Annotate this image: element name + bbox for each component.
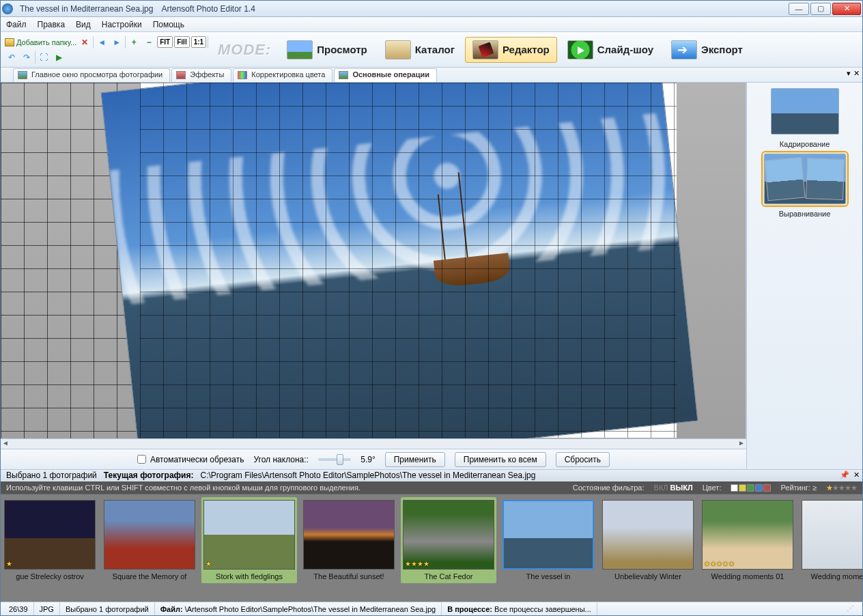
- mode-slideshow[interactable]: Слайд-шоу: [560, 37, 661, 63]
- grid-overlay: [140, 83, 677, 438]
- mode-export[interactable]: Экспорт: [664, 37, 750, 63]
- menu-edit[interactable]: Правка: [38, 20, 66, 29]
- filmstrip-item[interactable]: ★★★★★Wedding moments 01: [700, 497, 795, 583]
- current-path: C:\Program Files\Artensoft Photo Editor\…: [201, 471, 536, 481]
- app-icon: [2, 3, 13, 14]
- color-icon: [238, 71, 247, 79]
- tab-basic-ops[interactable]: Основные операции: [334, 68, 437, 82]
- status-counter: 26\39: [3, 602, 34, 615]
- thumbnail-image: ★★★★★: [702, 500, 793, 570]
- filter-state-label: Состояние фильтра:: [573, 484, 645, 492]
- rating-badge: ★★★★: [405, 560, 429, 568]
- mode-editor[interactable]: Редактор: [465, 37, 557, 63]
- apply-all-button[interactable]: Применить ко всем: [455, 452, 546, 467]
- rotate-cw-icon[interactable]: ↷: [20, 51, 33, 64]
- hint-text: Используйте клавиши CTRL или SHIFT совме…: [6, 484, 360, 492]
- zoom-fill-button[interactable]: Fill: [174, 36, 189, 48]
- prev-icon[interactable]: ◄: [95, 36, 109, 49]
- tab-main-view[interactable]: Главное окно просмотра фотографии: [13, 68, 170, 82]
- menu-settings[interactable]: Настройки: [102, 20, 142, 29]
- op-straighten[interactable]: [764, 154, 846, 204]
- thumbnail-caption: The Cat Fedor: [404, 572, 494, 580]
- title-appname: Artensoft Photo Editor 1.4: [157, 4, 259, 14]
- close-button[interactable]: ✕: [832, 3, 861, 15]
- thumbnail-caption: Stork with fledglings: [204, 572, 294, 580]
- op-crop[interactable]: [771, 88, 839, 135]
- zoom-1to1-button[interactable]: 1:1: [191, 36, 206, 48]
- panel-close-icon[interactable]: ✕: [853, 471, 860, 479]
- menu-help[interactable]: Помощь: [153, 20, 184, 29]
- filmstrip[interactable]: ★gue Strelecky ostrovSquare the Memory o…: [1, 494, 862, 602]
- angle-label: Угол наклона::: [254, 455, 309, 464]
- filter-on[interactable]: ВКЛ: [654, 484, 668, 492]
- status-proc-value: Все процессы завершены...: [494, 605, 591, 613]
- thumbnail-image: [104, 500, 195, 570]
- status-proc-label: В процессе:: [447, 605, 492, 613]
- filmstrip-item[interactable]: ★gue Strelecky ostrov: [2, 497, 98, 583]
- straighten-controls: Автоматически обрезать Угол наклона:: 5.…: [1, 449, 746, 469]
- tab-effects[interactable]: Эффекты: [171, 68, 231, 82]
- thumbnail-image: [602, 500, 694, 570]
- zoom-fit-button[interactable]: FIT: [157, 36, 173, 48]
- thumbnail-image: [503, 500, 594, 570]
- slider-thumb[interactable]: [337, 454, 343, 465]
- selected-count: Выбрано 1 фотографий: [6, 471, 97, 481]
- titlebar: The vessel in Mediterranean Sea.jpg Arte…: [1, 1, 862, 17]
- minimize-button[interactable]: —: [789, 3, 809, 15]
- thumbnail-image: [802, 500, 862, 570]
- op-straighten-label: Выравнивание: [779, 210, 831, 218]
- ops-icon: [339, 71, 348, 79]
- play-icon[interactable]: ▶: [52, 51, 66, 64]
- artboard: [140, 83, 677, 438]
- menu-file[interactable]: Файл: [6, 20, 27, 29]
- tab-dropdown-icon[interactable]: ▾: [847, 69, 851, 78]
- toolbar: Добавить папку... ✕ ◄ ► + − FIT Fill 1:1…: [1, 32, 862, 68]
- filmstrip-item[interactable]: ★★★★The Cat Fedor: [401, 497, 496, 583]
- delete-icon[interactable]: ✕: [78, 36, 91, 49]
- next-icon[interactable]: ►: [110, 36, 124, 49]
- menu-view[interactable]: Вид: [76, 20, 91, 29]
- filmstrip-item[interactable]: Unbelievably Winter: [600, 497, 696, 583]
- pin-icon[interactable]: 📌: [840, 471, 849, 479]
- filmstrip-item[interactable]: ★Stork with fledglings: [201, 497, 297, 583]
- rating-stars[interactable]: ★★★★★: [826, 484, 857, 492]
- thumbnail-caption: Wedding moments 02: [802, 572, 862, 580]
- op-crop-label: Кадрирование: [780, 140, 830, 148]
- resize-grip[interactable]: ⋰: [841, 602, 860, 615]
- statusbar: 26\39 JPG Выбрано 1 фотографий Файл: \Ar…: [1, 602, 862, 615]
- thumbnail-caption: Square the Memory of: [104, 572, 195, 580]
- filter-rating-label: Рейтинг: ≥: [780, 484, 817, 492]
- angle-slider[interactable]: [318, 458, 351, 461]
- menubar: Файл Правка Вид Настройки Помощь: [1, 17, 862, 32]
- fullscreen-icon[interactable]: ⛶: [37, 51, 51, 64]
- zoom-out-icon[interactable]: −: [142, 36, 156, 49]
- rotate-ccw-icon[interactable]: ↶: [5, 51, 18, 64]
- reset-button[interactable]: Сбросить: [556, 452, 610, 467]
- filter-off[interactable]: ВЫКЛ: [670, 484, 693, 492]
- add-folder-label: Добавить папку...: [16, 38, 76, 46]
- filmstrip-item[interactable]: The vessel in: [500, 497, 596, 583]
- status-file-label: Файл:: [160, 605, 183, 613]
- filmstrip-item[interactable]: The Beautiful sunset!: [301, 497, 397, 583]
- mode-view[interactable]: Просмотр: [279, 37, 374, 63]
- canvas-hscroll[interactable]: [1, 438, 746, 449]
- filmstrip-item[interactable]: Square the Memory of: [102, 497, 197, 583]
- filmstrip-item[interactable]: Wedding moments 02: [800, 497, 862, 583]
- auto-crop-checkbox[interactable]: Автоматически обрезать: [137, 455, 244, 464]
- maximize-button[interactable]: ▢: [810, 3, 831, 15]
- color-swatches[interactable]: [731, 484, 771, 492]
- mode-catalog[interactable]: Каталог: [378, 37, 462, 63]
- thumbnail-image: ★★★★: [403, 500, 494, 570]
- tab-color[interactable]: Корректировка цвета: [233, 68, 333, 82]
- info-strip: Выбрано 1 фотографий Текущая фотография:…: [1, 469, 862, 481]
- title-filename: The vessel in Mediterranean Sea.jpg: [16, 4, 157, 14]
- status-selected: Выбрано 1 фотографий: [60, 602, 155, 615]
- export-icon: [671, 40, 697, 59]
- tab-close-icon[interactable]: ✕: [853, 69, 860, 78]
- canvas[interactable]: [1, 83, 746, 438]
- apply-button[interactable]: Применить: [385, 452, 445, 467]
- zoom-in-icon[interactable]: +: [127, 36, 141, 49]
- add-folder-button[interactable]: Добавить папку...: [5, 38, 76, 46]
- angle-value: 5.9°: [360, 455, 375, 464]
- thumbnail-image: ★: [203, 500, 295, 570]
